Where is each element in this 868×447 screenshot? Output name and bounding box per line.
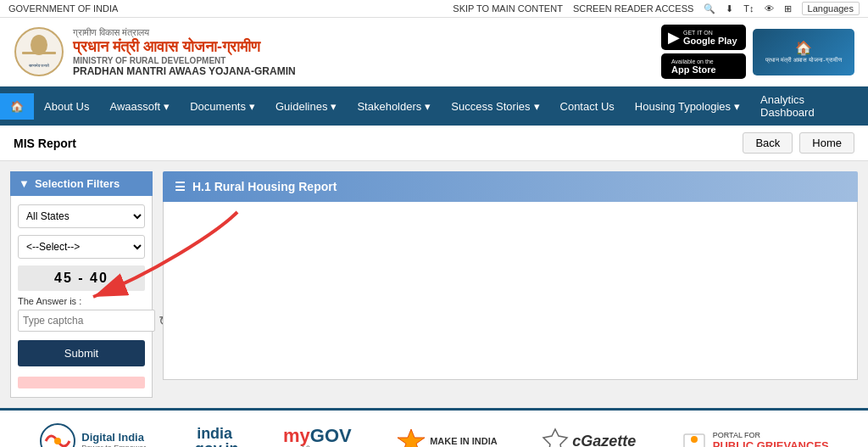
- india-gov-logo: india .gov.in: [191, 426, 239, 447]
- breadcrumb-bar: MIS Report Back Home: [0, 126, 868, 161]
- nav-item-guidelines[interactable]: Guidelines ▾: [265, 93, 347, 120]
- report-header: ☰ H.1 Rural Housing Report: [163, 171, 858, 202]
- footer: Digital India Power to Empower india .go…: [0, 408, 868, 447]
- filter-title: Selection Filters: [35, 177, 120, 190]
- breadcrumb-buttons: Back Home: [743, 132, 854, 154]
- nav-contact-label: Contact Us: [560, 100, 615, 113]
- nav-item-stakeholders[interactable]: Stakeholders ▾: [347, 93, 441, 120]
- nav-bar: 🏠 About Us Awaassoft ▾ Documents ▾ Guide…: [0, 87, 868, 126]
- report-icon: ☰: [175, 180, 186, 193]
- title-hindi: प्रधान मंत्री आवास योजना-ग्रामीण: [73, 38, 296, 56]
- right-panel: ☰ H.1 Rural Housing Report: [163, 171, 858, 398]
- home-icon: 🏠: [10, 100, 24, 113]
- digital-india-text: Digital India: [81, 431, 146, 444]
- india-text: india: [197, 425, 232, 442]
- svg-point-9: [691, 436, 698, 443]
- make-in-india-logo: MAKE IN INDIA: [396, 426, 497, 447]
- mygov-logo: myGOV मेरी सरकार: [283, 427, 352, 447]
- languages-button[interactable]: Languages: [802, 2, 860, 15]
- awaassoft-chevron-icon: ▾: [164, 100, 170, 113]
- screen-reader-link[interactable]: SCREEN READER ACCESS: [573, 3, 693, 14]
- stakeholders-chevron-icon: ▾: [425, 100, 431, 113]
- page-title: MIS Report: [14, 137, 76, 150]
- success-chevron-icon: ▾: [534, 100, 540, 113]
- nav-item-about[interactable]: About Us: [34, 93, 99, 120]
- back-button[interactable]: Back: [743, 132, 793, 154]
- housing-chevron-icon: ▾: [734, 100, 740, 113]
- nav-item-housing[interactable]: Housing Typologies ▾: [625, 93, 750, 120]
- grievances-logo: PORTAL FOR PUBLIC GRIEVANCES: [681, 427, 829, 447]
- nav-item-documents[interactable]: Documents ▾: [180, 93, 265, 120]
- main-content: ▼ Selection Filters All States <--Select…: [0, 161, 868, 408]
- skip-main-link[interactable]: SKIP TO MAIN CONTENT: [453, 3, 563, 14]
- guidelines-chevron-icon: ▾: [331, 100, 337, 113]
- download-icon[interactable]: ⬇: [726, 3, 733, 14]
- nav-about-label: About Us: [44, 100, 89, 113]
- make-india-text: MAKE IN INDIA: [430, 436, 497, 446]
- nav-housing-label: Housing Typologies: [635, 100, 731, 113]
- cgazette-logo: cGazette: [542, 427, 636, 447]
- filter-icon: ▼: [19, 177, 30, 190]
- nav-stakeholders-label: Stakeholders: [357, 100, 421, 113]
- main-wrapper: ▼ Selection Filters All States <--Select…: [0, 161, 868, 408]
- captcha-input[interactable]: [18, 310, 155, 332]
- nav-success-label: Success Stories: [451, 100, 530, 113]
- svg-marker-7: [543, 429, 567, 447]
- svg-rect-3: [22, 52, 56, 54]
- top-bar: GOVERNMENT OF INDIA SKIP TO MAIN CONTENT…: [0, 0, 868, 18]
- nav-documents-label: Documents: [190, 100, 246, 113]
- google-play-badge[interactable]: ▶ GET IT ON Google Play: [661, 25, 746, 50]
- dept-hindi: ग्रामीण विकास मंत्रालय: [73, 27, 296, 38]
- accessibility-icon[interactable]: 👁: [765, 3, 774, 14]
- filter-body: All States <--Select--> 45 - 40 The Answ…: [10, 196, 153, 398]
- app-store-badge[interactable]: Available on the App Store: [661, 53, 746, 79]
- gov-text: GOV: [310, 425, 352, 446]
- digital-india-tagline: Power to Empower: [81, 444, 146, 448]
- my-text: my: [283, 425, 310, 446]
- home-button[interactable]: Home: [799, 132, 854, 154]
- header-left: सत्यमेव जयते ग्रामीण विकास मंत्रालय प्रध…: [14, 26, 296, 77]
- svg-text:सत्यमेव जयते: सत्यमेव जयते: [28, 63, 49, 68]
- header: सत्यमेव जयते ग्रामीण विकास मंत्रालय प्रध…: [0, 18, 868, 87]
- digital-india-logo: Digital India Power to Empower: [39, 422, 146, 447]
- gov-emblem: सत्यमेव जयते: [14, 26, 64, 77]
- submit-button[interactable]: Submit: [18, 340, 145, 366]
- nav-item-success[interactable]: Success Stories ▾: [441, 93, 549, 120]
- title-english: PRADHAN MANTRI AWAAS YOJANA-GRAMIN: [73, 65, 296, 77]
- nav-home-button[interactable]: 🏠: [0, 93, 34, 120]
- error-bar: [18, 377, 145, 388]
- svg-point-6: [54, 438, 61, 444]
- header-right: ▶ GET IT ON Google Play Available on the…: [661, 25, 854, 79]
- header-text: ग्रामीण विकास मंत्रालय प्रधान मंत्री आवा…: [73, 27, 296, 77]
- state-select[interactable]: All States: [18, 204, 145, 228]
- nav-item-awaassoft[interactable]: Awaassoft ▾: [99, 93, 180, 120]
- report-title: H.1 Rural Housing Report: [192, 180, 337, 193]
- nav-guidelines-label: Guidelines: [275, 100, 327, 113]
- captcha-display: 45 - 40: [18, 265, 145, 291]
- cgazette-text: cGazette: [572, 433, 636, 448]
- dept-english: MINISTRY OF RURAL DEVELOPMENT: [73, 56, 296, 65]
- portal-label: PORTAL FOR: [713, 431, 829, 439]
- nav-analytics-button[interactable]: Analytics Dashboard: [750, 87, 868, 126]
- gov-label: GOVERNMENT OF INDIA: [8, 3, 118, 14]
- nav-item-contact[interactable]: Contact Us: [550, 93, 625, 120]
- left-panel: ▼ Selection Filters All States <--Select…: [10, 171, 153, 398]
- grievances-text: PUBLIC GRIEVANCES: [713, 439, 829, 448]
- brand-logo: 🏠 प्रधान मंत्री आवास योजना-ग्रामीण: [753, 29, 854, 75]
- report-body: [163, 202, 858, 380]
- nav-analytics-label: Analytics Dashboard: [760, 93, 815, 119]
- filter-header: ▼ Selection Filters: [10, 171, 153, 196]
- captcha-input-row: ↻: [18, 310, 145, 332]
- sub-select[interactable]: <--Select-->: [18, 235, 145, 259]
- nav-awaassoft-label: Awaassoft: [109, 100, 160, 113]
- captcha-label: The Answer is :: [18, 296, 145, 306]
- lang-icon[interactable]: ⊞: [784, 3, 792, 14]
- documents-chevron-icon: ▾: [249, 100, 255, 113]
- search-icon[interactable]: 🔍: [704, 3, 715, 14]
- gov-in-text: .gov.in: [191, 440, 239, 447]
- top-bar-right: SKIP TO MAIN CONTENT SCREEN READER ACCES…: [453, 2, 860, 15]
- text-resize-icon[interactable]: T↕: [743, 3, 754, 14]
